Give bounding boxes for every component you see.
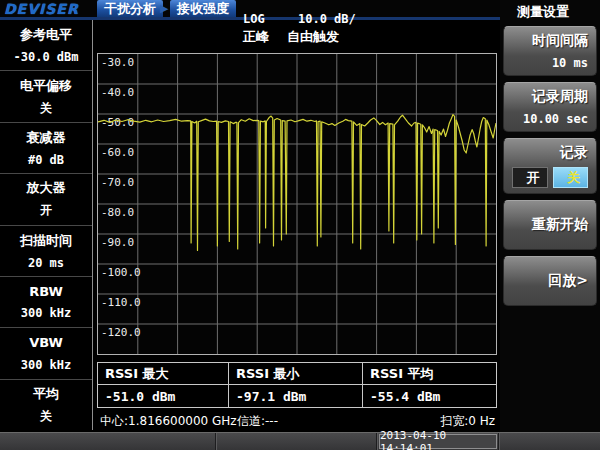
sidebar-item-value: 关 — [40, 408, 52, 425]
sidebar-item-value: 20 ms — [28, 256, 64, 270]
restart-label: 重新开始 — [532, 216, 588, 234]
sidebar-item-value: #0 dB — [28, 153, 64, 167]
record-off-option[interactable]: 关 — [553, 167, 589, 188]
record-label: 记录 — [560, 144, 588, 162]
sidebar-item-vbw[interactable]: VBW 300 kHz — [0, 328, 92, 379]
frequency-info-line: 中心:1.816600000 GHz 信道:--- 扫宽:0 Hz — [97, 411, 497, 429]
sidebar-item-amplifier[interactable]: 放大器 开 — [0, 174, 92, 225]
sidebar-item-label: 衰减器 — [27, 129, 66, 147]
span-label: 扫宽:0 Hz — [440, 413, 495, 430]
playback-label: 回放> — [548, 272, 588, 290]
sidebar-item-label: 电平偏移 — [20, 77, 72, 95]
sidebar-item-label: 平均 — [33, 385, 59, 403]
svg-text:-80.0: -80.0 — [101, 206, 134, 219]
rssi-min-value: -97.1 dBm — [229, 385, 363, 407]
sidebar-item-label: VBW — [29, 335, 63, 350]
record-period-label: 记录周期 — [532, 88, 588, 106]
rssi-avg-header: RSSI 平均 — [363, 363, 496, 385]
svg-text:-40.0: -40.0 — [101, 86, 134, 99]
trigger-mode-label: 自由触发 — [287, 28, 339, 46]
sidebar-item-average[interactable]: 平均 关 — [0, 380, 92, 430]
left-settings-sidebar: 参考电平 -30.0 dBm 电平偏移 关 衰减器 #0 dB 放大器 开 扫描… — [0, 20, 93, 430]
sidebar-item-rbw[interactable]: RBW 300 kHz — [0, 277, 92, 328]
tab-arrow-icon: ▶ — [160, 2, 168, 15]
svg-text:-110.0: -110.0 — [101, 296, 141, 309]
scale-per-div-label: 10.0 dB/ — [298, 12, 356, 26]
record-toggle-button[interactable]: 记录 开 关 — [503, 138, 597, 194]
sidebar-item-label: 放大器 — [27, 179, 66, 197]
deviser-logo: DEVISER — [4, 1, 79, 17]
svg-text:-30.0: -30.0 — [101, 56, 134, 69]
record-period-value: 10.00 sec — [523, 112, 588, 126]
rssi-max-value: -51.0 dBm — [98, 385, 229, 407]
svg-text:-90.0: -90.0 — [101, 236, 134, 249]
sidebar-item-value: 开 — [40, 202, 52, 219]
svg-text:-60.0: -60.0 — [101, 146, 134, 159]
datetime-display: 2013-04-10 14:14:01 — [379, 434, 497, 449]
sidebar-item-level-offset[interactable]: 电平偏移 关 — [0, 71, 92, 122]
rssi-min-header: RSSI 最小 — [229, 363, 363, 385]
playback-button[interactable]: 回放> — [503, 256, 597, 306]
record-on-option[interactable]: 开 — [512, 167, 548, 188]
tab-interference-analysis[interactable]: 干扰分析 — [97, 0, 163, 17]
sidebar-item-reference-level[interactable]: 参考电平 -30.0 dBm — [0, 20, 92, 71]
status-bar-divider — [215, 433, 217, 450]
scale-type-label: LOG — [243, 12, 265, 26]
spectrum-plot-svg: -30.0-40.0-50.0-60.0-70.0-80.0-90.0-100.… — [98, 54, 496, 354]
detector-mode-label: 正峰 — [243, 28, 269, 46]
svg-text:-70.0: -70.0 — [101, 176, 134, 189]
center-frequency-label: 中心:1.816600000 GHz — [100, 413, 237, 430]
tab-receive-strength[interactable]: 接收强度 — [170, 0, 236, 17]
sidebar-item-value: -30.0 dBm — [13, 50, 78, 64]
record-toggle-row: 开 关 — [512, 167, 588, 188]
restart-button[interactable]: 重新开始 — [503, 200, 597, 250]
svg-text:-100.0: -100.0 — [101, 266, 141, 279]
rssi-max-header: RSSI 最大 — [98, 363, 229, 385]
record-period-button[interactable]: 记录周期 10.00 sec — [503, 82, 597, 132]
time-interval-value: 10 ms — [552, 56, 588, 70]
svg-text:-50.0: -50.0 — [101, 116, 134, 129]
sidebar-item-label: 参考电平 — [20, 26, 72, 44]
time-interval-label: 时间间隔 — [532, 32, 588, 50]
sidebar-item-value: 关 — [40, 100, 52, 117]
sidebar-item-label: 扫描时间 — [20, 232, 72, 250]
sidebar-item-value: 300 kHz — [21, 358, 72, 372]
time-interval-button[interactable]: 时间间隔 10 ms — [503, 26, 597, 76]
channel-label: 信道:--- — [237, 413, 278, 430]
measure-settings-header: 测量设置 — [500, 0, 600, 20]
status-bar-divider — [376, 433, 378, 450]
sidebar-item-label: RBW — [29, 284, 63, 299]
sidebar-item-value: 300 kHz — [21, 306, 72, 320]
sidebar-item-sweep-time[interactable]: 扫描时间 20 ms — [0, 226, 92, 277]
analyzer-screen: DEVISER 干扰分析 ▶ 接收强度 参考电平 -30.0 dBm 电平偏移 … — [0, 0, 600, 450]
status-bar-divider — [498, 433, 500, 450]
status-bar: 2013-04-10 14:14:01 — [0, 432, 600, 450]
sidebar-item-attenuator[interactable]: 衰减器 #0 dB — [0, 123, 92, 174]
svg-text:-120.0: -120.0 — [101, 326, 141, 339]
rssi-table: RSSI 最大 RSSI 最小 RSSI 平均 -51.0 dBm -97.1 … — [97, 362, 497, 408]
spectrum-plot: -30.0-40.0-50.0-60.0-70.0-80.0-90.0-100.… — [97, 53, 497, 355]
rssi-avg-value: -55.4 dBm — [363, 385, 496, 407]
right-measure-sidebar: 测量设置 时间间隔 10 ms 记录周期 10.00 sec 记录 开 关 重新… — [500, 0, 600, 432]
